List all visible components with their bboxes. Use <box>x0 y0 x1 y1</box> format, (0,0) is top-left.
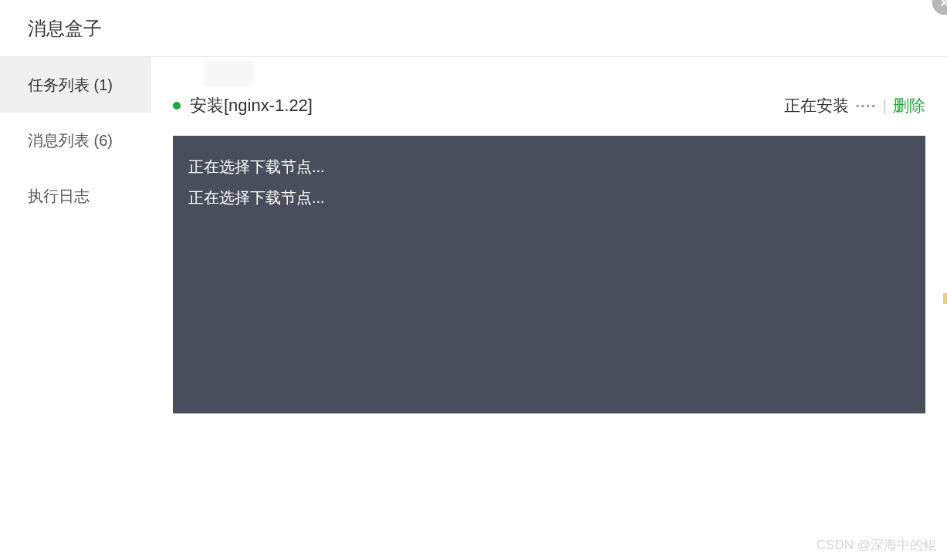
console-line: 正在选择下载节点... <box>188 182 910 213</box>
sidebar-item-label: 任务列表 (1) <box>28 75 113 96</box>
console-line: 正在选择下载节点... <box>188 151 910 182</box>
task-right: 正在安装 ···· | 删除 <box>784 95 925 116</box>
status-dot-icon <box>173 102 181 110</box>
dialog-title: 消息盒子 <box>28 16 102 41</box>
delete-link[interactable]: 删除 <box>893 95 925 116</box>
dialog-header: 消息盒子 <box>0 0 947 57</box>
task-left: 安装[nginx-1.22] <box>173 94 313 117</box>
task-status: 正在安装 <box>784 95 849 116</box>
loading-dots-icon: ···· <box>855 96 876 115</box>
console-output[interactable]: 正在选择下载节点... 正在选择下载节点... <box>173 136 925 413</box>
blur-placeholder <box>204 60 253 86</box>
sidebar-item-tasks[interactable]: 任务列表 (1) <box>0 57 151 113</box>
task-title: 安装[nginx-1.22] <box>190 94 313 117</box>
sidebar-item-messages[interactable]: 消息列表 (6) <box>0 113 151 168</box>
sidebar: 任务列表 (1) 消息列表 (6) 执行日志 <box>0 57 151 560</box>
right-marker <box>943 293 947 304</box>
sidebar-item-label: 执行日志 <box>28 186 90 207</box>
main-area: 任务列表 (1) 消息列表 (6) 执行日志 安装[nginx-1.22] 正在… <box>0 57 947 560</box>
sidebar-item-logs[interactable]: 执行日志 <box>0 168 151 224</box>
sidebar-item-label: 消息列表 (6) <box>28 130 113 151</box>
close-icon <box>938 0 947 9</box>
separator: | <box>883 96 887 115</box>
content-area: 安装[nginx-1.22] 正在安装 ···· | 删除 正在选择下载节点..… <box>151 57 947 560</box>
task-header: 安装[nginx-1.22] 正在安装 ···· | 删除 <box>173 94 925 117</box>
